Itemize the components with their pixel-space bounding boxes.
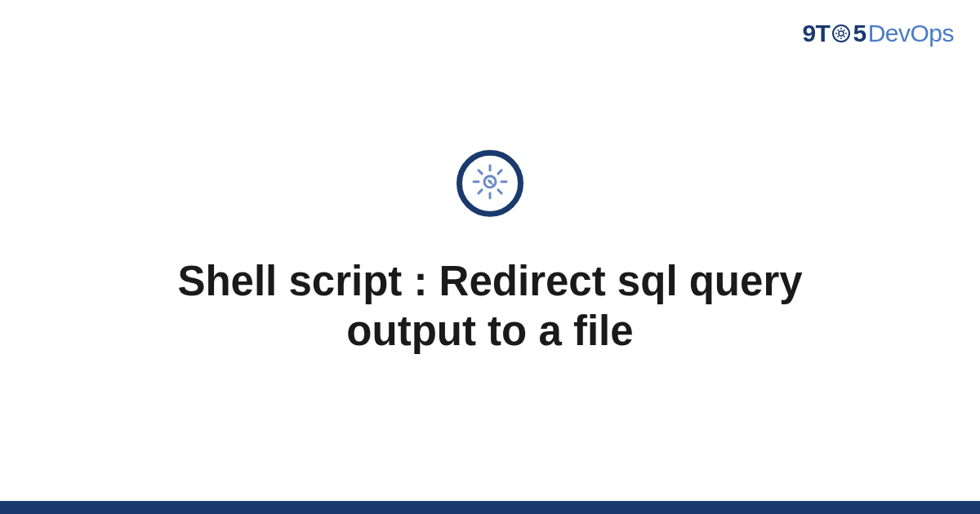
svg-point-1	[839, 31, 844, 36]
page-title: Shell script : Redirect sql query output…	[122, 256, 858, 356]
site-logo: 9 T 5 DevOps	[802, 20, 954, 47]
logo-text-t: T	[816, 20, 831, 47]
logo-text-9: 9	[802, 20, 815, 47]
logo-text-devops: DevOps	[868, 20, 954, 47]
logo-text-5: 5	[853, 20, 866, 47]
hero-icon-circle	[457, 150, 523, 217]
gear-icon	[470, 162, 510, 205]
gear-icon	[831, 23, 852, 44]
footer-accent-bar	[0, 501, 980, 514]
main-content: Shell script : Redirect sql query output…	[0, 150, 980, 356]
